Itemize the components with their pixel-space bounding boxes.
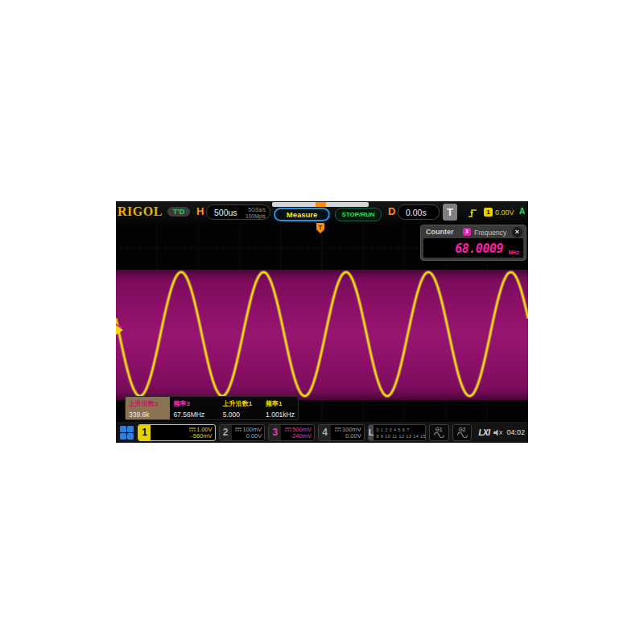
apps-grid-icon[interactable] — [118, 424, 134, 440]
channel3-box[interactable]: 3 500mV -240mV — [268, 424, 315, 441]
dc-coupling-icon — [335, 427, 341, 433]
counter-channel-badge: 3 — [463, 228, 471, 236]
channel2-number: 2 — [220, 425, 232, 440]
measurement-item[interactable]: 上升沿数3 339.6k — [126, 397, 170, 419]
measurement-value: 339.6k — [129, 411, 167, 419]
counter-title: Counter — [426, 228, 454, 236]
trigger-slope-icon — [468, 207, 478, 221]
measurement-value: 5.000 — [223, 411, 259, 419]
generator1-label: G1 — [430, 427, 448, 432]
logic-analyzer-label: L — [369, 425, 374, 440]
logic-analyzer-box[interactable]: L 0 1 2 3 4 5 6 7 8 9 10 11 12 13 14 15 — [368, 424, 426, 441]
channel3-number: 3 — [269, 425, 281, 440]
sample-rate: 5GSa/s — [246, 207, 266, 213]
sound-muted-icon[interactable] — [493, 428, 504, 437]
ch3-signal-band — [116, 270, 528, 400]
delay-label: D — [388, 205, 395, 217]
trigger-mode-auto: A — [519, 207, 525, 216]
measurement-item[interactable]: 频率1 1.001kHz — [262, 397, 298, 419]
horizontal-label: H — [196, 205, 204, 217]
sine-wave-icon — [434, 432, 444, 438]
trigger-status-badge: T'D — [167, 207, 190, 217]
channel4-number: 4 — [319, 425, 331, 440]
measure-button[interactable]: Measure — [274, 208, 330, 221]
counter-panel[interactable]: Counter 3 Frequency × 68.0009 MHz — [420, 225, 526, 261]
channel1-box[interactable]: 1 1.00V -560mV — [138, 424, 216, 441]
waveform-display[interactable]: T Counter 3 Frequency × 68.0009 MHz — [116, 223, 528, 422]
measurement-label: 频率1 — [266, 399, 295, 408]
channel4-offset: 0.00V — [331, 433, 361, 440]
timebase-value: 500us — [214, 208, 237, 217]
lxi-logo: LXI — [478, 428, 489, 437]
measurement-item[interactable]: 上升沿数1 5.000 — [220, 397, 262, 419]
dc-coupling-icon — [235, 427, 242, 433]
counter-header: Counter 3 Frequency × — [421, 225, 526, 238]
measurement-item[interactable]: 频率3 67.56MHz — [170, 397, 219, 419]
clock-time: 04:02 — [506, 428, 525, 436]
channel4-box[interactable]: 4 100mV 0.00V — [318, 424, 365, 441]
generator2-box[interactable]: G2 — [452, 424, 473, 441]
measurement-label: 上升沿数1 — [223, 399, 259, 408]
trigger-tab[interactable]: T — [443, 204, 457, 221]
digital-channels-row1: 0 1 2 3 4 5 6 7 — [376, 427, 426, 433]
trigger-level-value: 0.00V — [495, 208, 514, 217]
measurement-label: 上升沿数3 — [129, 399, 167, 408]
channel1-number: 1 — [138, 425, 151, 440]
close-icon[interactable]: × — [512, 227, 522, 237]
rigol-logo: RIGOL — [118, 204, 163, 219]
channel3-offset: -240mV — [281, 433, 312, 440]
channel2-offset: 0.00V — [232, 433, 262, 440]
svg-text:T: T — [319, 225, 323, 230]
measurement-label: 频率3 — [173, 399, 216, 408]
generator2-label: G2 — [453, 427, 472, 432]
channel2-box[interactable]: 2 100mV 0.00V — [219, 424, 266, 441]
top-status-bar: RIGOL T'D H 500us 5GSa/s 100Mpts Measure… — [116, 201, 528, 223]
digital-channels-row2: 8 9 10 11 12 13 14 15 — [376, 433, 426, 440]
stop-run-button[interactable]: STOP/RUN — [335, 208, 382, 221]
generator1-box[interactable]: G1 — [429, 424, 449, 441]
measurement-value: 67.56MHz — [173, 411, 216, 419]
memory-depth: 100Mpts — [246, 213, 266, 220]
delay-value-box[interactable]: 0.00s — [398, 204, 440, 220]
acquisition-info: 5GSa/s 100Mpts — [246, 207, 266, 219]
memory-position-marker[interactable] — [316, 202, 326, 207]
measurement-value: 1.001kHz — [266, 411, 295, 419]
channel-status-bar: 1 1.00V -560mV 2 100mV 0.00V 3 500mV -24… — [116, 422, 528, 443]
timebase-box[interactable]: 500us 5GSa/s 100Mpts — [206, 204, 270, 220]
sine-wave-icon — [457, 432, 468, 438]
channel1-offset: -560mV — [151, 433, 213, 440]
counter-unit: MHz — [509, 250, 519, 255]
measurement-panel: 上升沿数3 339.6k 频率3 67.56MHz 上升沿数1 5.000 频率… — [125, 396, 299, 420]
counter-mode-label: Frequency — [474, 229, 506, 237]
counter-value: 68.0009 — [455, 242, 503, 256]
oscilloscope-screen: RIGOL T'D H 500us 5GSa/s 100Mpts Measure… — [116, 201, 528, 443]
trigger-source-badge: 1 — [484, 208, 493, 217]
counter-readout: 68.0009 MHz — [423, 238, 523, 258]
trigger-position-marker[interactable]: T — [316, 223, 324, 233]
memory-position-bar[interactable] — [272, 202, 369, 207]
